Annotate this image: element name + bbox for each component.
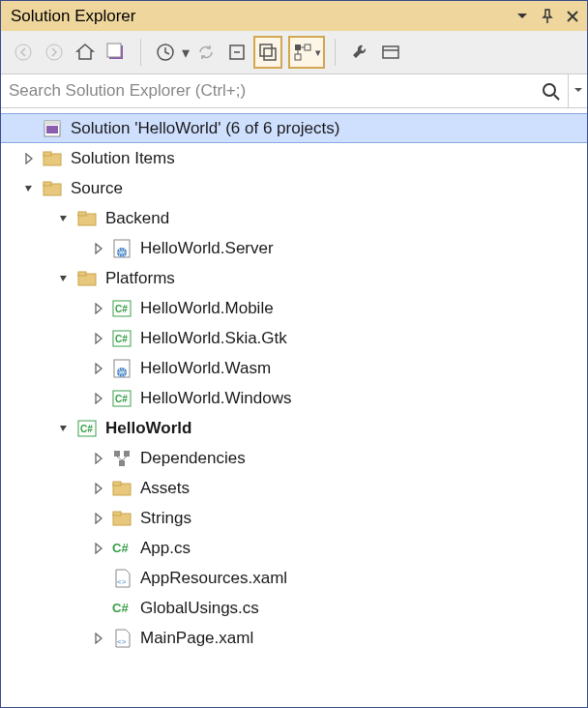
close-icon[interactable]: [564, 8, 581, 25]
cs-icon: [76, 418, 98, 439]
tree-node-label: Solution Items: [71, 149, 175, 168]
collapse-icon[interactable]: [20, 180, 38, 197]
tree-node-label: Solution 'HelloWorld' (6 of 6 projects): [71, 119, 339, 138]
svg-point-26: [46, 44, 62, 60]
tree-node[interactable]: HelloWorld: [1, 413, 587, 443]
tree-node[interactable]: HelloWorld.Mobile: [1, 293, 587, 323]
expand-icon[interactable]: [90, 330, 107, 347]
expand-icon[interactable]: [90, 450, 107, 467]
collapse-icon[interactable]: [55, 420, 73, 437]
tree-node-label: HelloWorld.Wasm: [140, 359, 271, 378]
tree-node-label: Backend: [105, 209, 169, 228]
cs-icon: [111, 298, 132, 319]
tree-node-label: Dependencies: [140, 449, 246, 468]
tree-node[interactable]: Strings: [1, 503, 587, 533]
sync-button: [191, 38, 220, 67]
tree-node[interactable]: HelloWorld.Skia.Gtk: [1, 323, 587, 353]
tree-node-label: AppResources.xaml: [140, 569, 287, 588]
folder-icon: [76, 268, 98, 289]
expand-icon[interactable]: [90, 540, 107, 557]
xaml-icon: [111, 628, 132, 649]
folder-icon: [111, 478, 132, 499]
solution-icon: [42, 118, 63, 139]
solution-tree[interactable]: Solution 'HelloWorld' (6 of 6 projects)S…: [1, 108, 587, 708]
folder-icon: [42, 178, 63, 199]
tree-node[interactable]: AppResources.xaml: [1, 563, 587, 593]
expand-icon[interactable]: [90, 480, 107, 497]
tree-node-label: HelloWorld.Skia.Gtk: [140, 329, 287, 348]
tree-node-label: HelloWorld.Server: [140, 239, 274, 258]
search-icon[interactable]: [533, 74, 568, 107]
tree-node[interactable]: Backend: [1, 203, 587, 233]
tree-node[interactable]: HelloWorld.Wasm: [1, 353, 587, 383]
collapse-all-button[interactable]: [222, 38, 251, 67]
show-all-button[interactable]: [253, 36, 282, 69]
web-icon: [111, 358, 132, 379]
web-icon: [111, 238, 132, 259]
csfile-icon: [111, 538, 132, 559]
window-menu-icon[interactable]: [514, 8, 531, 25]
panel-title: Solution Explorer: [11, 7, 514, 26]
svg-point-25: [15, 44, 31, 60]
expand-icon[interactable]: [90, 510, 107, 527]
expand-icon[interactable]: [90, 240, 107, 257]
expand-icon[interactable]: [90, 390, 107, 407]
tree-node[interactable]: GlobalUsings.cs: [1, 593, 587, 623]
deps-icon: [111, 448, 132, 469]
preview-button[interactable]: [376, 38, 405, 67]
home-button[interactable]: [71, 38, 100, 67]
tree-node[interactable]: App.cs: [1, 533, 587, 563]
tree-node[interactable]: Platforms: [1, 263, 587, 293]
search-input[interactable]: [1, 74, 533, 107]
cs-icon: [111, 388, 132, 409]
cs-icon: [111, 328, 132, 349]
tree-node-label: MainPage.xaml: [140, 629, 253, 648]
csfile-icon: [111, 598, 132, 619]
tree-node[interactable]: Dependencies: [1, 443, 587, 473]
tree-node-label: Source: [71, 179, 123, 198]
tree-node-label: GlobalUsings.cs: [140, 599, 259, 618]
expand-icon[interactable]: [20, 150, 38, 167]
expand-icon[interactable]: [90, 630, 107, 647]
tree-node[interactable]: Source: [1, 173, 587, 203]
forward-button: [40, 38, 69, 67]
view-switch-button[interactable]: ▾: [288, 36, 325, 69]
expand-icon[interactable]: [90, 300, 107, 317]
tree-node-label: HelloWorld: [105, 419, 191, 438]
tree-node[interactable]: HelloWorld.Server: [1, 233, 587, 263]
tree-node[interactable]: HelloWorld.Windows: [1, 383, 587, 413]
window-controls: [514, 8, 581, 25]
search-bar: [1, 74, 587, 108]
scope-button[interactable]: [102, 38, 131, 67]
tree-node-label: HelloWorld.Mobile: [140, 299, 274, 318]
folder-icon: [76, 208, 98, 229]
tree-node-label: Assets: [140, 479, 190, 498]
pin-icon[interactable]: [539, 8, 556, 25]
tree-node-label: Platforms: [105, 269, 175, 288]
tree-node[interactable]: MainPage.xaml: [1, 623, 587, 653]
collapse-icon[interactable]: [55, 270, 73, 287]
toolbar-separator: [335, 39, 336, 66]
tree-node-label: App.cs: [140, 539, 191, 558]
search-options-dropdown[interactable]: [568, 74, 587, 107]
history-button[interactable]: [151, 38, 180, 67]
expand-icon[interactable]: [90, 360, 107, 377]
tree-node[interactable]: Solution 'HelloWorld' (6 of 6 projects): [1, 113, 587, 143]
titlebar: Solution Explorer: [1, 1, 587, 31]
properties-button[interactable]: [345, 38, 374, 67]
tree-node-label: Strings: [140, 509, 191, 528]
tree-node[interactable]: Assets: [1, 473, 587, 503]
back-button: [9, 38, 38, 67]
toolbar: ▾ ▾: [1, 31, 587, 74]
history-dropdown-icon[interactable]: ▾: [182, 44, 190, 62]
tree-node[interactable]: Solution Items: [1, 143, 587, 173]
folder-icon: [111, 508, 132, 529]
folder-icon: [42, 148, 63, 169]
xaml-icon: [111, 568, 132, 589]
collapse-icon[interactable]: [55, 210, 73, 227]
toolbar-separator: [140, 39, 141, 66]
chevron-down-icon: ▾: [315, 46, 321, 59]
tree-node-label: HelloWorld.Windows: [140, 389, 292, 408]
